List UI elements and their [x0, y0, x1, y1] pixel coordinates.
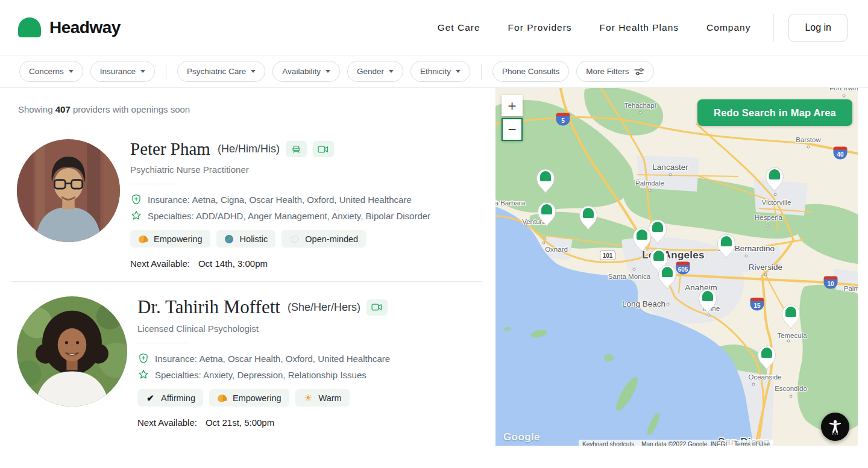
- thought-balloon-icon: [289, 234, 300, 244]
- sun-icon: [303, 393, 313, 403]
- chevron-down-icon: [456, 70, 461, 73]
- nav-get-care[interactable]: Get Care: [438, 22, 480, 33]
- map-data-attribution: Map data ©2022 Google, INEGI: [638, 440, 731, 446]
- highway-shield: 5: [556, 113, 570, 126]
- filter-availability[interactable]: Availability: [272, 61, 340, 82]
- main-nav: Get Care For Providers For Health Plans …: [438, 22, 751, 33]
- in-person-sessions-chip[interactable]: [286, 141, 307, 157]
- map-city-label: Tehachapi: [624, 102, 656, 109]
- map-city-label: Fort Irwin: [829, 88, 858, 92]
- provider-name[interactable]: Peter Pham: [130, 139, 210, 159]
- map-city-dot: [787, 340, 790, 343]
- video-camera-icon: [371, 303, 382, 311]
- star-icon: [137, 369, 149, 381]
- redo-search-button[interactable]: Redo Search in Map Area: [697, 99, 852, 126]
- flexed-biceps-icon: [138, 234, 148, 244]
- card-mini-divider: [137, 343, 188, 343]
- chair-icon: [291, 144, 301, 154]
- filter-more-filters[interactable]: More Filters: [576, 61, 653, 82]
- provider-card[interactable]: Peter Pham (He/Him/His): [0, 139, 495, 269]
- shield-plus-icon: [130, 193, 142, 205]
- headway-logo-icon: [18, 17, 41, 37]
- next-available-row: Next Available: Oct 14th, 3:00pm: [130, 258, 430, 269]
- provider-photo[interactable]: [17, 296, 127, 407]
- nav-for-providers[interactable]: For Providers: [508, 22, 572, 33]
- video-sessions-chip[interactable]: [366, 299, 388, 316]
- map-city-label: Riverside: [749, 263, 782, 272]
- map-city-label: Lancaster: [652, 163, 688, 172]
- flexed-biceps-icon: [217, 393, 227, 403]
- filter-insurance[interactable]: Insurance: [90, 61, 155, 82]
- trait-label: Affirming: [161, 393, 195, 403]
- map-city-dot: [708, 314, 711, 317]
- video-camera-icon: [318, 145, 329, 154]
- next-available-label: Next Available:: [137, 417, 197, 428]
- zoom-in-button[interactable]: +: [502, 95, 523, 116]
- nav-divider: [773, 14, 774, 42]
- trait-badge: Warm: [295, 389, 350, 407]
- filter-ethnicity[interactable]: Ethnicity: [410, 61, 470, 82]
- filter-concerns[interactable]: Concerns: [19, 61, 83, 82]
- filter-phone-consults[interactable]: Phone Consults: [492, 61, 569, 82]
- map-city-label: Hesperia: [755, 214, 782, 221]
- provider-pronouns: (She/Her/Hers): [288, 301, 360, 314]
- headway-logo[interactable]: Headway: [18, 17, 121, 37]
- summary-prefix: Showing: [18, 104, 53, 114]
- provider-trait-badges: Affirming Empowering Warm: [137, 389, 390, 407]
- star-icon: [130, 210, 142, 222]
- trait-badge: Empowering: [130, 230, 210, 248]
- nav-company[interactable]: Company: [706, 22, 750, 33]
- chevron-down-icon: [389, 70, 394, 73]
- map-city-dot: [752, 383, 755, 386]
- highway-shield: 605: [676, 262, 690, 275]
- map-city-label: Oceanside: [749, 373, 782, 381]
- provider-insurance: Insurance: Aetna, Oscar Health, Oxford, …: [155, 354, 390, 364]
- map-city-dot: [767, 224, 770, 227]
- next-available-value: Oct 14th, 3:00pm: [198, 258, 268, 269]
- highway-shield: 40: [834, 147, 848, 160]
- summary-count: 407: [55, 104, 71, 114]
- nav-for-health-plans[interactable]: For Health Plans: [600, 22, 679, 33]
- map[interactable]: Fort Irwin Tehachapi Barstow Lancaster P…: [495, 88, 858, 446]
- map-city-dot: [542, 242, 546, 245]
- filter-label: Availability: [282, 67, 321, 76]
- chevron-down-icon: [140, 70, 145, 73]
- map-city-dot: [667, 303, 670, 306]
- trait-label: Empowering: [233, 393, 281, 403]
- map-city-dot: [639, 111, 642, 114]
- provider-insurance: Insurance: Aetna, Cigna, Oscar Health, O…: [148, 195, 412, 205]
- filter-gender[interactable]: Gender: [347, 61, 403, 82]
- next-available-value: Oct 21st, 5:00pm: [206, 417, 274, 428]
- map-city-dot: [843, 95, 846, 98]
- video-sessions-chip[interactable]: [313, 141, 334, 157]
- terms-of-use-link[interactable]: Terms of Use: [731, 440, 773, 446]
- provider-name[interactable]: Dr. Tahirih Moffett: [137, 296, 280, 318]
- provider-card[interactable]: Dr. Tahirih Moffett (She/Her/Hers) Licen…: [0, 296, 495, 428]
- login-button[interactable]: Log in: [788, 14, 848, 42]
- shield-plus-icon: [137, 352, 149, 364]
- filter-label: Gender: [357, 67, 384, 76]
- filter-label: Psychiatric Care: [187, 67, 246, 76]
- map-city-label: Palm Springs: [844, 285, 858, 292]
- provider-title: Licensed Clinical Psychologist: [137, 323, 390, 334]
- provider-pronouns: (He/Him/His): [218, 143, 280, 155]
- provider-trait-badges: Empowering Holistic Open-minded: [130, 230, 430, 248]
- filter-label: Concerns: [29, 67, 64, 76]
- map-city-label: Palmdale: [635, 179, 664, 187]
- next-available-label: Next Available:: [130, 258, 190, 269]
- map-city-label: Long Beach: [622, 299, 665, 308]
- results-summary: Showing 407 providers with openings soon: [0, 88, 495, 114]
- headway-wordmark: Headway: [49, 18, 121, 37]
- provider-title: Psychiatric Nurse Practitioner: [130, 164, 430, 175]
- google-logo: Google: [503, 431, 540, 443]
- accessibility-widget-button[interactable]: [821, 413, 849, 441]
- provider-photo[interactable]: [17, 139, 120, 242]
- filter-psychiatric-care[interactable]: Psychiatric Care: [177, 61, 265, 82]
- trait-badge: Open-minded: [281, 230, 366, 248]
- chevron-down-icon: [69, 70, 74, 73]
- accessibility-person-icon: [827, 419, 843, 435]
- map-city-label: Santa Barbara: [495, 199, 525, 207]
- card-divider: [11, 281, 482, 282]
- keyboard-shortcuts-link[interactable]: Keyboard shortcuts: [579, 440, 638, 446]
- zoom-out-button[interactable]: −: [502, 118, 523, 141]
